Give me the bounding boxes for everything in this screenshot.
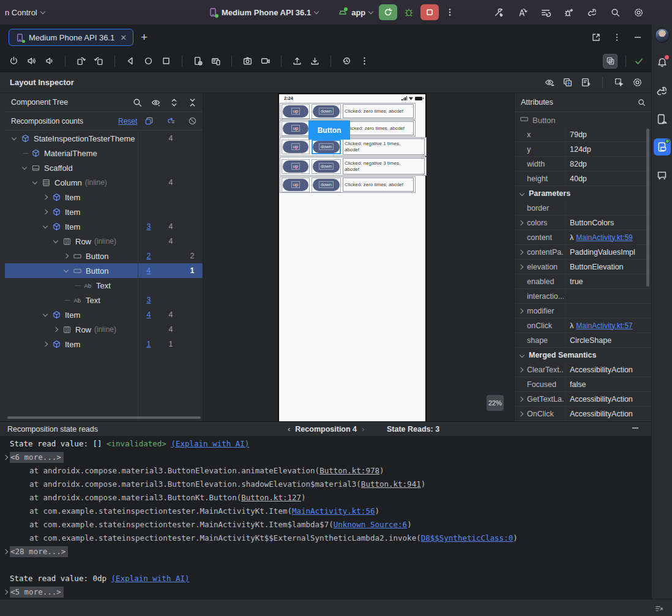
search-icon[interactable]: [132, 97, 143, 108]
device-screen-preview[interactable]: 2:24 updownClicked: zero times, abcdefup…: [278, 93, 427, 435]
snapshot-restore-icon[interactable]: [342, 56, 352, 66]
debug-button[interactable]: [403, 7, 414, 18]
attribute-row-interactio[interactable]: interactio...: [515, 289, 651, 304]
stack-frame-link[interactable]: MainActivity.kt:56: [292, 506, 375, 516]
collapse-all-icon[interactable]: [187, 97, 198, 108]
chevron-down-icon[interactable]: [64, 267, 69, 272]
build-variants-icon[interactable]: [540, 7, 551, 18]
tree-row-column[interactable]: Column(inline)4: [5, 175, 203, 190]
up-button[interactable]: up: [283, 105, 308, 118]
download-icon[interactable]: [310, 56, 320, 66]
attribute-row-content[interactable]: contentλMainActivity.kt:59: [515, 230, 651, 245]
fold-toggle[interactable]: <28 more...>: [10, 546, 68, 557]
stack-frame-link[interactable]: Button.kt:941: [361, 479, 421, 489]
live-updates-eye-icon[interactable]: [544, 77, 554, 88]
attribute-row-border[interactable]: border: [515, 201, 651, 216]
stack-frame-link[interactable]: Button.kt:978: [319, 466, 379, 475]
open-in-window-icon[interactable]: [591, 32, 601, 42]
recomposition-count-link[interactable]: 4: [138, 266, 160, 275]
tree-row-text[interactable]: AbText: [5, 278, 203, 293]
chevron-down-icon[interactable]: [22, 164, 27, 169]
chevron-right-icon[interactable]: [518, 411, 523, 416]
device-manager-icon[interactable]: [654, 110, 671, 127]
home-icon[interactable]: [143, 56, 154, 66]
explain-with-ai-link[interactable]: (Explain with AI): [111, 574, 190, 583]
tree-row-row[interactable]: Row(inline)4: [5, 234, 203, 249]
snapshot-export-icon[interactable]: [562, 77, 573, 88]
up-button[interactable]: up: [283, 160, 308, 173]
tree-row-item[interactable]: Item34: [5, 219, 203, 234]
export-tree-icon[interactable]: [581, 77, 591, 88]
stack-frame-link[interactable]: Unknown Source:6: [334, 520, 407, 529]
ban-column-icon[interactable]: [181, 116, 203, 126]
explain-with-ai-link[interactable]: (Explain with AI): [171, 439, 249, 448]
new-tab-icon[interactable]: +: [141, 31, 147, 44]
clicked-text-field[interactable]: Clicked: zero times, abcdef: [344, 121, 414, 135]
tree-row-row[interactable]: Row(inline)4: [5, 322, 203, 337]
tree-horizontal-scrollbar[interactable]: [7, 416, 201, 419]
chevron-right-icon[interactable]: [518, 249, 523, 254]
attribute-row-modifier[interactable]: modifier: [515, 304, 651, 318]
recomposition-count-link[interactable]: 3: [138, 222, 160, 231]
down-button[interactable]: down: [313, 141, 340, 153]
inspector-settings-icon[interactable]: [632, 77, 643, 88]
chevron-down-icon[interactable]: [12, 135, 17, 140]
chevron-right-icon[interactable]: [43, 342, 48, 347]
down-button[interactable]: down: [313, 160, 340, 173]
chevron-right-icon[interactable]: [518, 396, 523, 401]
device-settings-icon[interactable]: [193, 56, 203, 66]
chevron-right-icon[interactable]: [518, 308, 523, 313]
attribute-row-gettextla[interactable]: GetTextLa...AccessibilityAction: [515, 392, 651, 407]
chevron-down-icon[interactable]: [43, 311, 48, 316]
source-location-link[interactable]: MainActivity.kt:59: [576, 233, 632, 242]
stack-frame-link[interactable]: Button.kt:127: [241, 493, 301, 502]
clicked-text-field[interactable]: Clicked: zero times, abcdef: [343, 178, 414, 192]
back-icon[interactable]: [125, 56, 136, 66]
attribute-row-y[interactable]: y124dp: [515, 142, 651, 157]
preview-item-row[interactable]: upButtonClicked: zero times, abcdef: [280, 120, 416, 137]
chevron-right-icon[interactable]: [3, 590, 8, 595]
preview-item-row[interactable]: updownClicked: negative 1 times, abcdef: [280, 137, 427, 156]
volume-down-icon[interactable]: [44, 56, 54, 66]
tree-row-item[interactable]: Item44: [5, 307, 203, 322]
tree-row-stateinspectiontestertheme[interactable]: StateInspectionTesterTheme4: [5, 131, 203, 146]
chevron-down-icon[interactable]: [53, 238, 58, 242]
chevron-right-icon[interactable]: [64, 254, 69, 258]
down-button[interactable]: down: [313, 179, 340, 191]
chevron-down-icon[interactable]: [32, 179, 37, 184]
tree-row-button[interactable]: Button41: [5, 263, 203, 278]
power-icon[interactable]: [9, 56, 19, 66]
screenshot-icon[interactable]: [242, 56, 253, 66]
tree-row-item[interactable]: Item11: [5, 337, 203, 351]
skip-column-icon[interactable]: [160, 116, 182, 126]
source-location-link[interactable]: MainActivity.kt:57: [576, 321, 632, 330]
attribute-row-x[interactable]: x79dp: [515, 127, 651, 142]
device-selector[interactable]: Medium Phone API 36.1: [208, 7, 318, 17]
search-icon[interactable]: [637, 98, 646, 107]
prev-recomposition-icon[interactable]: ‹: [288, 424, 290, 434]
chevron-right-icon[interactable]: [3, 549, 8, 554]
fold-toggle[interactable]: <6 more...>: [10, 452, 64, 463]
tab-medium-phone[interactable]: Medium Phone API 36.1 ✕: [9, 29, 133, 46]
recomposition-count-link[interactable]: 1: [138, 340, 160, 348]
recomposition-count-link[interactable]: 3: [138, 296, 160, 304]
more-icon[interactable]: [612, 32, 622, 42]
rotate-right-icon[interactable]: [94, 56, 104, 66]
preview-item-row[interactable]: updownClicked: zero times, abcdef: [280, 176, 416, 193]
fold-toggle[interactable]: <5 more...>: [10, 587, 64, 598]
recomposition-count-link[interactable]: 4: [138, 310, 160, 319]
attribute-section-parameters[interactable]: Parameters: [515, 186, 651, 201]
attribute-row-colors[interactable]: colorsButtonColors: [515, 216, 651, 230]
attributes-scrollbar[interactable]: [646, 129, 649, 287]
chevron-right-icon[interactable]: [518, 264, 523, 269]
more-run-actions-icon[interactable]: [445, 7, 455, 17]
build-hammer-icon[interactable]: [494, 7, 504, 18]
up-button[interactable]: up: [283, 141, 308, 153]
gradle-sync-icon[interactable]: [587, 7, 597, 18]
attribute-row-width[interactable]: width82dp: [515, 157, 651, 171]
chevron-right-icon[interactable]: [43, 195, 48, 200]
virtual-sensors-icon[interactable]: [211, 56, 221, 66]
chevron-down-icon[interactable]: [43, 223, 48, 228]
tree-row-button[interactable]: Button22: [5, 249, 203, 263]
overview-icon[interactable]: [161, 56, 171, 66]
